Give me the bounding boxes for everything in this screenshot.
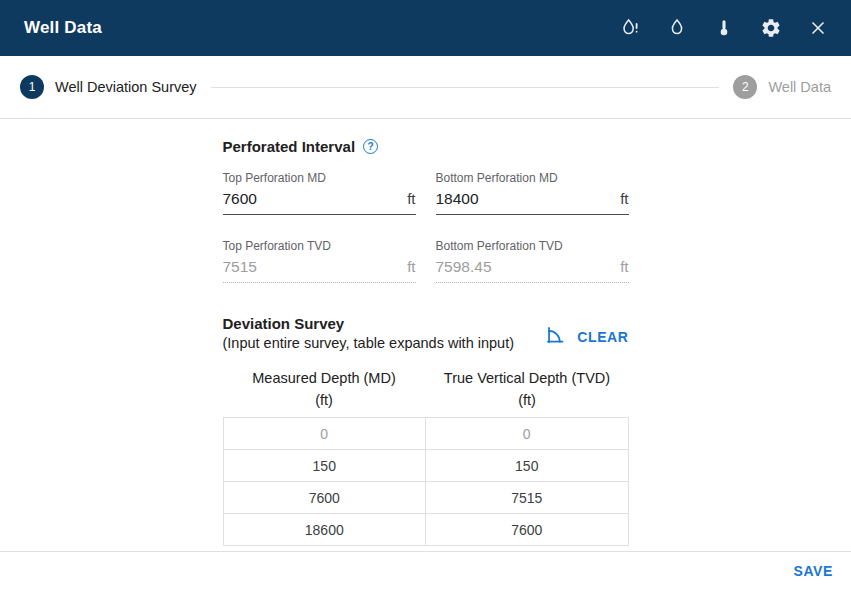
thermometer-icon[interactable] xyxy=(713,17,735,39)
table-cell-input[interactable]: 150 xyxy=(426,450,629,482)
unit-label: ft xyxy=(407,258,415,275)
table-row: 0 0 xyxy=(223,418,628,450)
perforation-fields: Top Perforation MD 7600 ft Bottom Perfor… xyxy=(223,171,629,283)
table-row: 7600 7515 xyxy=(223,482,628,514)
table-cell-input[interactable]: 7515 xyxy=(426,482,629,514)
top-perforation-md-input[interactable]: 7600 xyxy=(223,190,408,208)
bottom-perforation-tvd-field: Bottom Perforation TVD 7598.45 ft xyxy=(436,239,629,283)
dialog-footer: SAVE xyxy=(0,551,851,590)
deviation-survey-header: Deviation Survey (Input entire survey, t… xyxy=(223,315,629,351)
table-row: 150 150 xyxy=(223,450,628,482)
well-data-dialog: Well Data xyxy=(0,0,851,590)
stepper: 1 Well Deviation Survey 2 Well Data xyxy=(0,56,851,119)
deviation-survey-titles: Deviation Survey (Input entire survey, t… xyxy=(223,315,515,351)
dialog-title: Well Data xyxy=(24,18,619,38)
step-number-badge: 2 xyxy=(733,75,757,99)
table-cell-input[interactable]: 0 xyxy=(223,418,426,450)
bottom-perforation-tvd-input: 7598.45 xyxy=(436,258,621,276)
step-well-data[interactable]: 2 Well Data xyxy=(733,75,831,99)
field-label: Top Perforation TVD xyxy=(223,239,416,253)
unit-label: ft xyxy=(620,190,628,207)
clear-button[interactable]: CLEAR xyxy=(544,324,628,349)
help-icon[interactable]: ? xyxy=(363,139,378,154)
clear-button-label: CLEAR xyxy=(577,329,628,345)
settings-gear-icon[interactable] xyxy=(760,17,782,39)
table-cell-input[interactable]: 7600 xyxy=(426,514,629,546)
stepper-connector-line xyxy=(211,87,720,88)
step-well-deviation-survey[interactable]: 1 Well Deviation Survey xyxy=(20,75,197,99)
bottom-perforation-md-field: Bottom Perforation MD 18400 ft xyxy=(436,171,629,215)
deviation-survey-table: 0 0 150 150 7600 7515 18600 7600 xyxy=(223,417,629,546)
angle-icon xyxy=(544,324,566,349)
top-perforation-tvd-input: 7515 xyxy=(223,258,408,276)
table-cell-input[interactable]: 150 xyxy=(223,450,426,482)
step-label: Well Deviation Survey xyxy=(55,79,197,95)
survey-table-header: Measured Depth (MD) (ft) True Vertical D… xyxy=(223,367,629,411)
table-cell-input[interactable]: 18600 xyxy=(223,514,426,546)
table-cell-input[interactable]: 0 xyxy=(426,418,629,450)
dialog-content: Perforated Interval ? Top Perforation MD… xyxy=(0,119,851,551)
step-label: Well Data xyxy=(768,79,831,95)
unit-label: ft xyxy=(407,190,415,207)
oil-drop-alert-icon[interactable] xyxy=(619,17,641,39)
bottom-perforation-md-input[interactable]: 18400 xyxy=(436,190,621,208)
table-cell-input[interactable]: 7600 xyxy=(223,482,426,514)
dialog-titlebar: Well Data xyxy=(0,0,851,56)
top-perforation-md-field: Top Perforation MD 7600 ft xyxy=(223,171,416,215)
column-header-tvd: True Vertical Depth (TVD) (ft) xyxy=(426,367,629,411)
deviation-survey-title: Deviation Survey xyxy=(223,315,515,332)
titlebar-icons xyxy=(619,17,829,39)
table-row: 18600 7600 xyxy=(223,514,628,546)
save-button[interactable]: SAVE xyxy=(794,563,834,579)
perforated-interval-title: Perforated Interval xyxy=(223,138,356,155)
step-number-badge: 1 xyxy=(20,75,44,99)
field-label: Top Perforation MD xyxy=(223,171,416,185)
column-header-md: Measured Depth (MD) (ft) xyxy=(223,367,426,411)
field-label: Bottom Perforation TVD xyxy=(436,239,629,253)
perforated-interval-heading: Perforated Interval ? xyxy=(223,138,629,155)
close-icon[interactable] xyxy=(807,17,829,39)
deviation-survey-subtitle: (Input entire survey, table expands with… xyxy=(223,335,515,351)
field-label: Bottom Perforation MD xyxy=(436,171,629,185)
water-drop-icon[interactable] xyxy=(666,17,688,39)
unit-label: ft xyxy=(620,258,628,275)
top-perforation-tvd-field: Top Perforation TVD 7515 ft xyxy=(223,239,416,283)
